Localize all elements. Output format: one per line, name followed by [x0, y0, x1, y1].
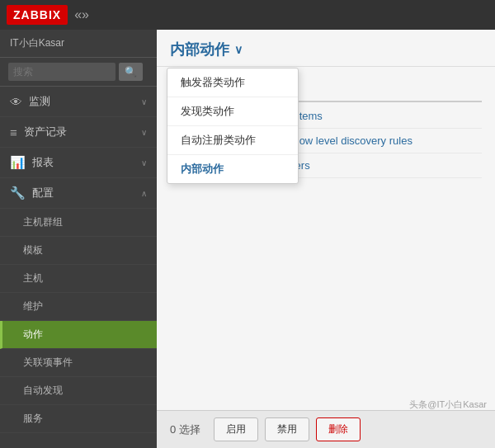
action-type-dropdown: 触发器类动作 发现类动作 自动注册类动作 内部动作 — [167, 68, 299, 184]
sidebar-item-assets[interactable]: ≡ 资产记录 ∨ — [0, 117, 157, 148]
sidebar-item-actions[interactable]: 动作 — [0, 321, 157, 349]
zabbix-logo: ZABBIX — [7, 5, 68, 25]
sidebar-item-assets-label: 资产记录 — [24, 125, 67, 139]
bottom-bar: 0 选择 启用 禁用 删除 — [157, 410, 495, 448]
search-button[interactable]: 🔍 — [119, 63, 143, 81]
dropdown-item-trigger-actions[interactable]: 触发器类动作 — [167, 68, 298, 97]
dropdown-item-discovery-actions[interactable]: 发现类动作 — [167, 97, 298, 126]
chevron-down-icon: ∨ — [141, 158, 147, 167]
content-header: 内部动作 ∨ — [157, 30, 495, 67]
title-dropdown-arrow-icon: ∨ — [234, 43, 243, 56]
chevron-down-icon: ∨ — [141, 128, 147, 137]
delete-button[interactable]: 删除 — [316, 417, 361, 441]
dropdown-item-autoregister-actions[interactable]: 自动注册类动作 — [167, 126, 298, 155]
assets-icon: ≡ — [10, 125, 17, 139]
sidebar-item-monitor[interactable]: 👁 监测 ∨ — [0, 87, 157, 117]
content-area: 内部动作 ∨ 触发器类动作 发现类动作 自动注册类动作 内部动作 名称 ▲ — [157, 30, 495, 448]
page-title: 内部动作 — [170, 40, 229, 59]
sidebar-item-reports-label: 报表 — [32, 155, 54, 170]
collapse-toggle-icon[interactable]: «» — [74, 7, 89, 22]
watermark: 头条@IT小白Kasar — [409, 398, 487, 411]
sidebar-item-config-label: 配置 — [32, 186, 54, 200]
sidebar-item-config[interactable]: 🔧 配置 ∧ — [0, 178, 157, 209]
page-title-dropdown[interactable]: 内部动作 ∨ — [170, 40, 243, 59]
sidebar-item-host-groups[interactable]: 主机群组 — [0, 209, 157, 237]
sidebar-item-hosts[interactable]: 主机 — [0, 265, 157, 293]
monitor-icon: 👁 — [10, 95, 22, 109]
dropdown-item-internal-actions[interactable]: 内部动作 — [167, 155, 298, 183]
sidebar-item-discovery[interactable]: 自动发现 — [0, 377, 157, 405]
selected-count: 0 选择 — [170, 422, 200, 437]
config-icon: 🔧 — [10, 186, 26, 200]
sidebar-item-monitor-label: 监测 — [29, 94, 50, 109]
chevron-up-icon: ∧ — [141, 189, 147, 198]
sidebar-item-maintenance[interactable]: 维护 — [0, 293, 157, 321]
sidebar-username: IT小白Kasar — [0, 30, 157, 58]
top-bar: ZABBIX «» — [0, 0, 495, 30]
sidebar: IT小白Kasar 🔍 👁 监测 ∨ ≡ 资产记录 ∨ 📊 报表 ∨ 🔧 配置 … — [0, 30, 157, 448]
search-input[interactable] — [8, 63, 116, 81]
main-layout: IT小白Kasar 🔍 👁 监测 ∨ ≡ 资产记录 ∨ 📊 报表 ∨ 🔧 配置 … — [0, 30, 495, 448]
enable-button[interactable]: 启用 — [214, 417, 258, 441]
chevron-down-icon: ∨ — [141, 97, 147, 106]
sidebar-search-container: 🔍 — [0, 58, 157, 87]
sidebar-item-templates[interactable]: 模板 — [0, 237, 157, 265]
sidebar-item-correlation[interactable]: 关联项事件 — [0, 349, 157, 377]
sidebar-item-services[interactable]: 服务 — [0, 405, 157, 433]
reports-icon: 📊 — [10, 155, 26, 170]
sidebar-item-reports[interactable]: 📊 报表 ∨ — [0, 148, 157, 178]
disable-button[interactable]: 禁用 — [265, 417, 309, 441]
